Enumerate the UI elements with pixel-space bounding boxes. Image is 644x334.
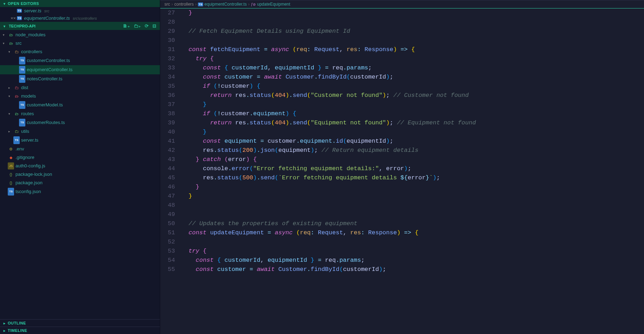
code-line[interactable]: } — [181, 128, 644, 137]
file-item[interactable]: JSauth0-config.js — [0, 162, 160, 170]
tree-item-label: tsconfig.json — [15, 188, 41, 195]
file-item[interactable]: TStsconfig.json — [0, 187, 160, 196]
code-content[interactable]: } // Fetch Equipment Details using Equip… — [181, 8, 644, 334]
folder-item[interactable]: ▸🗀dist — [0, 84, 160, 92]
line-number: 52 — [160, 237, 175, 247]
chevron-right-icon: ▸ — [8, 128, 13, 135]
collapse-all-icon[interactable]: ⊟ — [152, 23, 156, 29]
code-line[interactable]: // Fetch Equipment Details using Equipme… — [181, 27, 644, 36]
code-line[interactable]: } catch (error) { — [181, 155, 644, 164]
folder-models-icon: 🗁 — [13, 93, 20, 100]
new-file-icon[interactable]: 🗎₊ — [123, 23, 130, 29]
open-editor-item[interactable]: TSserver.tssrc — [0, 7, 160, 14]
code-line[interactable]: } — [181, 192, 644, 201]
file-item[interactable]: TScustomerModel.ts — [0, 100, 160, 110]
timeline-header[interactable]: ▸ TIMELINE — [0, 327, 160, 334]
json-icon: {} — [8, 171, 14, 178]
line-number: 31 — [160, 45, 175, 54]
code-line[interactable] — [181, 210, 644, 219]
breadcrumb-item[interactable]: controllers — [174, 2, 194, 7]
code-line[interactable]: try { — [181, 247, 644, 256]
code-line[interactable]: console.error("Error fetching equipment … — [181, 164, 644, 173]
code-line[interactable]: const fetchEquipment = async (req: Reque… — [181, 45, 644, 54]
code-line[interactable]: const { customerId, equipmentId } = req.… — [181, 256, 644, 265]
code-line[interactable]: return res.status(404).send("Equipment n… — [181, 118, 644, 128]
ts-icon: TS — [19, 101, 25, 109]
code-line[interactable]: const { customerId, equipmentId } = req.… — [181, 63, 644, 73]
folder-item[interactable]: ▾🗁src — [0, 39, 160, 48]
file-item[interactable]: TScustomerController.ts — [0, 56, 160, 65]
file-item[interactable]: TSnotesController.ts — [0, 74, 160, 84]
code-line[interactable]: if (!customer.equipment) { — [181, 109, 644, 118]
refresh-icon[interactable]: ⟳ — [145, 23, 149, 29]
line-number: 55 — [160, 265, 175, 274]
folder-item[interactable]: ▾🗁routes — [0, 110, 160, 118]
file-item[interactable]: TSequipmentController.ts — [0, 65, 160, 74]
editor-filepath: src — [44, 9, 50, 13]
line-number: 46 — [160, 183, 175, 192]
tree-item-label: auth0-config.js — [15, 162, 45, 169]
open-editors-list: TSserver.tssrc×TSequipmentController.tss… — [0, 7, 160, 22]
code-line[interactable]: const customer = await Customer.findById… — [181, 73, 644, 82]
folder-src-icon: 🗁 — [13, 110, 20, 117]
ts-icon: TS — [19, 75, 25, 83]
project-header[interactable]: ▾ TECHPRO-API 🗎₊ 🗀₊ ⟳ ⊟ — [0, 22, 160, 30]
open-editors-header[interactable]: ▾ OPEN EDITORS — [0, 0, 160, 7]
code-line[interactable]: const equipment = customer.equipment.id(… — [181, 137, 644, 146]
ts-icon: TS — [19, 66, 25, 74]
code-line[interactable]: } — [181, 100, 644, 109]
file-item[interactable]: ⚙.env — [0, 145, 160, 153]
folder-item[interactable]: ▸🗀utils — [0, 127, 160, 136]
tree-item-label: dist — [21, 84, 28, 91]
code-line[interactable]: // Updates the properties of existing eq… — [181, 219, 644, 228]
code-line[interactable]: res.status(200).json(equipment); // Retu… — [181, 146, 644, 155]
new-folder-icon[interactable]: 🗀₊ — [134, 23, 141, 29]
folder-item[interactable]: ▾🗀controllers — [0, 48, 160, 56]
file-item[interactable]: {}package-lock.json — [0, 170, 160, 179]
tree-item-label: routes — [21, 110, 34, 117]
file-item[interactable]: {}package.json — [0, 179, 160, 187]
code-line[interactable]: return res.status(404).send("Customer no… — [181, 91, 644, 100]
tree-item-label: equipmentController.ts — [27, 66, 73, 73]
line-number: 54 — [160, 256, 175, 265]
line-number: 47 — [160, 192, 175, 201]
project-name: TECHPRO-API — [9, 24, 36, 28]
breadcrumb-item[interactable]: equipmentController.ts — [205, 2, 247, 7]
file-item[interactable]: ◆.gitignore — [0, 153, 160, 162]
close-icon[interactable]: × — [11, 16, 17, 21]
folder-item[interactable]: ▾🗁models — [0, 92, 160, 100]
code-line[interactable] — [181, 201, 644, 210]
tree-item-label: customerRoutes.ts — [27, 119, 65, 126]
file-item[interactable]: TScustomerRoutes.ts — [0, 118, 160, 127]
outline-header[interactable]: ▸ OUTLINE — [0, 319, 160, 327]
code-line[interactable] — [181, 36, 644, 45]
editor-area: src › controllers › TS equipmentControll… — [160, 0, 644, 334]
tree-item-label: customerModel.ts — [27, 101, 63, 109]
code-line[interactable]: res.status(500).send(`Error fetching equ… — [181, 173, 644, 183]
code-line[interactable]: } — [181, 8, 644, 18]
chevron-down-icon: ▾ — [3, 40, 8, 47]
typescript-icon: TS — [17, 9, 22, 13]
chevron-down-icon: ▾ — [4, 2, 8, 6]
code-line[interactable]: if (!customer) { — [181, 82, 644, 91]
code-line[interactable]: } — [181, 183, 644, 192]
code-line[interactable]: const customer = await Customer.findById… — [181, 265, 644, 274]
breadcrumb-item[interactable]: src — [164, 2, 170, 7]
code-line[interactable] — [181, 237, 644, 247]
line-number: 37 — [160, 100, 175, 109]
folder-item[interactable]: ▾🗁node_modules — [0, 31, 160, 39]
line-number: 39 — [160, 118, 175, 128]
breadcrumb-item[interactable]: updateEquipment — [257, 2, 290, 7]
breadcrumbs[interactable]: src › controllers › TS equipmentControll… — [160, 0, 644, 8]
code-line[interactable]: try { — [181, 54, 644, 63]
file-item[interactable]: TSserver.ts — [0, 136, 160, 145]
code-editor[interactable]: 2728293031323334353637383940414243444546… — [160, 8, 644, 334]
line-number: 38 — [160, 109, 175, 118]
code-line[interactable] — [181, 18, 644, 27]
line-number: 29 — [160, 27, 175, 36]
code-line[interactable]: const updateEquipment = async (req: Requ… — [181, 228, 644, 237]
line-number: 51 — [160, 228, 175, 237]
tree-item-label: .gitignore — [15, 154, 34, 161]
open-editor-item[interactable]: ×TSequipmentController.tssrc\controllers — [0, 14, 160, 22]
typescript-icon: TS — [17, 16, 22, 20]
